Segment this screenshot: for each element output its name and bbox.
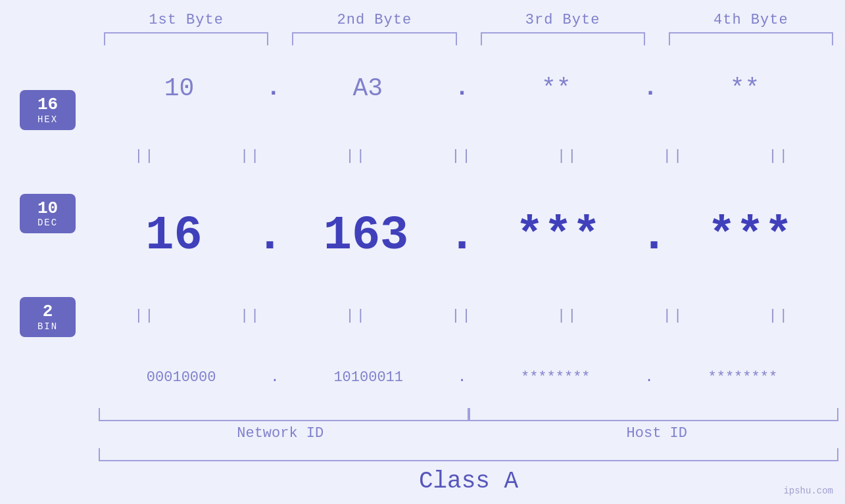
dec-row: 16 . 163 . *** . *** <box>92 209 832 263</box>
dot-2-hex: . <box>455 75 470 102</box>
hex-byte1-value: 10 <box>164 74 195 103</box>
dec-byte2: 163 <box>284 209 448 263</box>
bin-badge: 2 BIN <box>20 297 76 337</box>
byte4-header: 4th Byte <box>657 12 845 28</box>
dec-byte4-value: *** <box>708 209 793 263</box>
pipe-4: || <box>409 148 515 164</box>
hex-byte4-value: ** <box>730 74 760 103</box>
hex-badge: 16 HEX <box>20 90 76 130</box>
grid-area: 10 . A3 . ** . ** || || || || <box>92 45 845 408</box>
bracket-byte1 <box>104 32 268 45</box>
dot-1-hex: . <box>266 75 281 102</box>
bracket-byte4 <box>669 32 833 45</box>
byte3-header: 3rd Byte <box>469 12 657 28</box>
bracket-byte3 <box>481 32 645 45</box>
full-bottom-bracket <box>99 448 838 461</box>
network-bracket <box>99 408 469 421</box>
pipe-2: || <box>198 148 304 164</box>
watermark: ipshu.com <box>783 486 833 496</box>
bin-row: 00010000 . 10100011 . ******** . *******… <box>92 369 832 386</box>
bin-byte2: 10100011 <box>279 369 458 386</box>
class-label: Class A <box>92 461 845 504</box>
pipe-7: || <box>726 148 832 164</box>
bin-byte1-value: 00010000 <box>147 369 216 386</box>
dec-byte1-value: 16 <box>145 209 202 263</box>
main-container: 1st Byte 2nd Byte 3rd Byte 4th Byte 16 H… <box>0 0 845 504</box>
hex-row: 10 . A3 . ** . ** <box>92 74 832 103</box>
pipe-13: || <box>621 308 727 324</box>
pipe-9: || <box>198 308 304 324</box>
pipe-10: || <box>303 308 409 324</box>
byte1-header: 1st Byte <box>92 12 280 28</box>
bin-byte2-value: 10100011 <box>333 369 403 386</box>
hex-num: 16 <box>26 95 69 114</box>
top-brackets <box>0 32 845 45</box>
hex-byte1: 10 <box>92 74 266 103</box>
dec-byte3-value: *** <box>516 209 601 263</box>
dec-name: DEC <box>26 218 69 228</box>
bin-name: BIN <box>26 321 69 332</box>
pipe-6: || <box>621 148 727 164</box>
content-area: 16 HEX 10 DEC 2 BIN 10 . A3 <box>0 45 845 408</box>
dot-1-dec: . <box>256 209 284 263</box>
dec-num: 10 <box>26 199 69 218</box>
pipe-11: || <box>409 308 515 324</box>
dot-1-bin: . <box>270 369 279 386</box>
base-labels: 16 HEX 10 DEC 2 BIN <box>0 45 92 408</box>
dec-byte4: *** <box>668 209 832 263</box>
id-brackets <box>92 408 845 421</box>
separator-1: || || || || || || || <box>92 148 832 164</box>
byte2-header: 2nd Byte <box>280 12 468 28</box>
bracket-byte2 <box>292 32 456 45</box>
dec-byte1: 16 <box>92 209 256 263</box>
hex-byte4: ** <box>658 74 832 103</box>
dec-byte2-value: 163 <box>324 209 409 263</box>
hex-byte2: A3 <box>281 74 455 103</box>
dot-3-bin: . <box>644 369 653 386</box>
pipe-5: || <box>515 148 621 164</box>
pipe-3: || <box>303 148 409 164</box>
network-id-label: Network ID <box>92 421 469 446</box>
hex-byte3: ** <box>469 74 643 103</box>
pipe-14: || <box>726 308 832 324</box>
host-bracket <box>469 408 839 421</box>
dec-byte3: *** <box>476 209 640 263</box>
bin-byte4-value: ******** <box>708 369 778 386</box>
bin-byte1: 00010000 <box>92 369 270 386</box>
pipe-12: || <box>515 308 621 324</box>
dot-2-dec: . <box>448 209 476 263</box>
hex-name: HEX <box>26 114 69 125</box>
separator-2: || || || || || || || <box>92 308 832 324</box>
bin-byte4: ******** <box>654 369 832 386</box>
byte-headers: 1st Byte 2nd Byte 3rd Byte 4th Byte <box>0 0 845 28</box>
id-labels: Network ID Host ID <box>92 421 845 446</box>
dot-2-bin: . <box>458 369 466 386</box>
host-id-label: Host ID <box>469 421 846 446</box>
bin-num: 2 <box>26 302 69 321</box>
dot-3-hex: . <box>643 75 658 102</box>
bin-byte3-value: ******** <box>521 369 591 386</box>
pipe-8: || <box>92 308 198 324</box>
dec-badge: 10 DEC <box>20 194 76 234</box>
pipe-1: || <box>92 148 198 164</box>
dot-3-dec: . <box>640 209 668 263</box>
bottom-section: Network ID Host ID Class A <box>0 408 845 504</box>
bin-byte3: ******** <box>466 369 644 386</box>
hex-byte3-value: ** <box>541 74 571 103</box>
hex-byte2-value: A3 <box>352 74 383 103</box>
